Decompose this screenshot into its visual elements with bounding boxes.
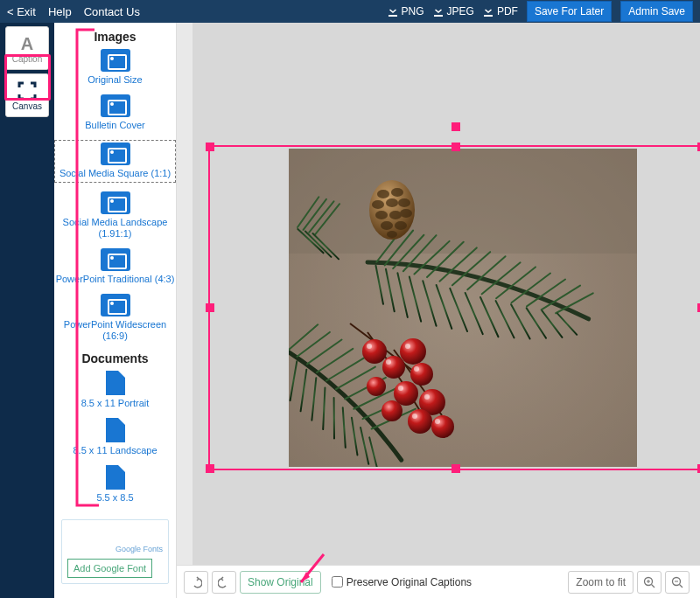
canvas-option-ppt-traditional[interactable]: PowerPoint Traditional (4:3): [54, 248, 176, 285]
crop-selection[interactable]: [208, 145, 700, 470]
canvas-area: Show Original Preserve Original Captions…: [177, 23, 700, 598]
download-pdf[interactable]: PDF: [483, 5, 518, 17]
canvas-option-original-size[interactable]: Original Size: [54, 49, 176, 86]
resize-handle-bl[interactable]: [206, 464, 214, 473]
resize-handle-ml[interactable]: [206, 303, 214, 312]
zoom-in-button[interactable]: [637, 571, 662, 594]
google-fonts-box: Google Fonts Add Google Font: [61, 519, 169, 584]
resize-handle-tl[interactable]: [206, 143, 214, 151]
resize-handle-bc[interactable]: [452, 464, 460, 473]
opt-label: Social Media Landscape (1.91:1): [54, 217, 176, 240]
side-panel: Images Original Size Bulletin Cover Soci…: [54, 23, 177, 598]
image-icon: [101, 49, 130, 72]
text-icon: A: [17, 33, 38, 54]
image-icon: [101, 294, 130, 316]
image-icon: [101, 143, 130, 165]
opt-label: PowerPoint Widescreen (16:9): [54, 319, 176, 342]
google-fonts-link[interactable]: Google Fonts: [67, 545, 163, 553]
canvas-tool[interactable]: Canvas: [5, 73, 49, 117]
redo-icon: [218, 576, 230, 588]
image-icon: [101, 191, 130, 214]
document-icon: [106, 418, 125, 442]
opt-label: 8.5 x 11 Portrait: [81, 398, 150, 409]
rotate-handle[interactable]: [452, 122, 460, 131]
download-jpeg[interactable]: JPEG: [433, 5, 474, 17]
opt-label: Social Media Square (1:1): [60, 168, 171, 179]
svg-text:A: A: [21, 34, 33, 53]
save-for-later-button[interactable]: Save For Later: [527, 1, 612, 22]
help-link[interactable]: Help: [48, 5, 72, 18]
show-original-button[interactable]: Show Original: [240, 571, 321, 594]
expand-icon: [17, 80, 38, 101]
images-section-title: Images: [54, 30, 176, 44]
canvas-option-ppt-widescreen[interactable]: PowerPoint Widescreen (16:9): [54, 294, 176, 342]
svg-line-91: [652, 584, 655, 588]
canvas-option-portrait[interactable]: 8.5 x 11 Portrait: [54, 371, 176, 409]
undo-button[interactable]: [184, 571, 208, 594]
preserve-captions-label: Preserve Original Captions: [346, 576, 472, 588]
exit-link[interactable]: < Exit: [7, 5, 36, 18]
admin-save-button[interactable]: Admin Save: [620, 1, 693, 22]
undo-icon: [190, 576, 202, 588]
download-png-label: PNG: [402, 5, 424, 17]
left-rail: A Caption Canvas: [0, 23, 54, 598]
download-png[interactable]: PNG: [388, 5, 424, 17]
preserve-captions-input[interactable]: [332, 576, 343, 588]
image-icon: [101, 248, 130, 271]
resize-handle-tc[interactable]: [452, 143, 460, 151]
canvas-tool-label: Canvas: [12, 101, 42, 111]
zoom-to-fit-button[interactable]: Zoom to fit: [568, 571, 634, 594]
documents-section-title: Documents: [54, 351, 176, 365]
canvas-option-landscape[interactable]: 8.5 x 11 Landscape: [54, 418, 176, 456]
top-menu-bar: < Exit Help Contact Us PNG JPEG PDF Save…: [0, 0, 700, 23]
canvas-background[interactable]: [192, 23, 700, 565]
document-icon: [106, 371, 125, 395]
opt-label: Original Size: [88, 74, 142, 86]
download-icon: [388, 6, 398, 17]
download-icon: [433, 6, 444, 17]
opt-label: 5.5 x 8.5: [96, 492, 133, 504]
image-icon: [101, 94, 130, 117]
download-icon: [483, 6, 494, 17]
opt-label: PowerPoint Traditional (4:3): [56, 274, 175, 285]
zoom-out-button[interactable]: [665, 571, 690, 594]
preserve-captions-checkbox[interactable]: Preserve Original Captions: [332, 576, 472, 588]
download-jpeg-label: JPEG: [447, 5, 474, 17]
zoom-in-icon: [643, 576, 655, 588]
caption-tool[interactable]: A Caption: [5, 26, 49, 70]
bottom-toolbar: Show Original Preserve Original Captions…: [177, 565, 700, 598]
canvas-option-social-landscape[interactable]: Social Media Landscape (1.91:1): [54, 191, 176, 240]
document-icon: [106, 465, 125, 490]
canvas-option-half-letter[interactable]: 5.5 x 8.5: [54, 465, 176, 504]
zoom-out-icon: [671, 576, 683, 588]
contact-link[interactable]: Contact Us: [84, 5, 140, 18]
canvas-option-social-square[interactable]: Social Media Square (1:1): [54, 140, 176, 182]
svg-line-95: [680, 584, 683, 588]
download-pdf-label: PDF: [497, 5, 518, 17]
caption-tool-label: Caption: [12, 54, 42, 64]
redo-button[interactable]: [212, 571, 236, 594]
canvas-option-bulletin-cover[interactable]: Bulletin Cover: [54, 94, 176, 131]
add-google-font-button[interactable]: Add Google Font: [67, 559, 152, 578]
opt-label: Bulletin Cover: [85, 120, 144, 131]
opt-label: 8.5 x 11 Landscape: [73, 445, 157, 456]
